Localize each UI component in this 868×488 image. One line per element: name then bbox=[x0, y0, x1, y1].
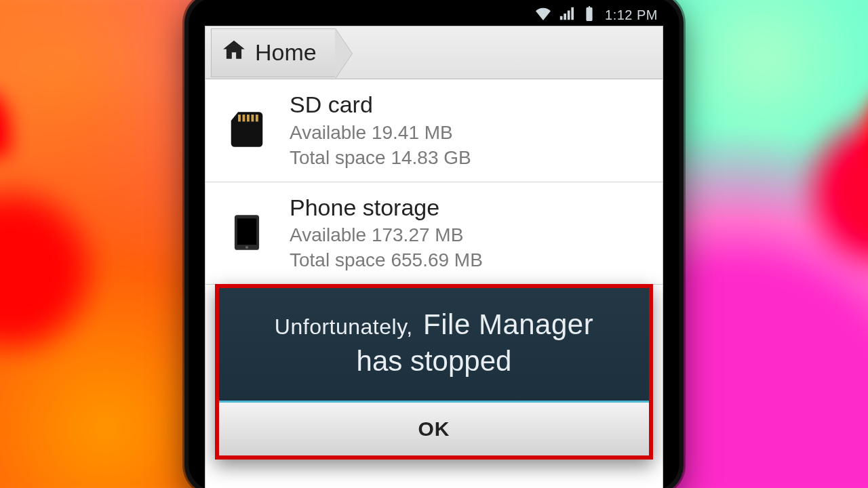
home-icon bbox=[221, 37, 247, 68]
file-manager-app: Home SD card Available bbox=[205, 26, 663, 488]
svg-rect-4 bbox=[256, 115, 258, 121]
svg-point-7 bbox=[245, 246, 248, 249]
storage-total: Total space 14.83 GB bbox=[290, 146, 471, 169]
sdcard-icon bbox=[220, 108, 273, 150]
phone-storage-icon bbox=[220, 211, 273, 253]
status-clock: 1:12 PM bbox=[605, 7, 658, 23]
phone-frame: 1:12 PM Home bbox=[184, 0, 684, 488]
storage-title: Phone storage bbox=[290, 193, 483, 222]
breadcrumb-bar: Home bbox=[205, 26, 663, 79]
error-dialog-line2: has stopped bbox=[231, 345, 637, 378]
storage-row-text: SD card Available 19.41 MB Total space 1… bbox=[290, 90, 471, 169]
error-prefix: Unfortunately, bbox=[275, 314, 413, 339]
storage-row-phone[interactable]: Phone storage Available 173.27 MB Total … bbox=[205, 182, 663, 285]
breadcrumb-label: Home bbox=[255, 39, 317, 66]
svg-rect-2 bbox=[247, 115, 250, 121]
error-dialog-highlight: Unfortunately, File Manager has stopped … bbox=[215, 284, 653, 460]
svg-rect-6 bbox=[237, 218, 256, 245]
svg-rect-1 bbox=[243, 115, 245, 121]
status-bar: 1:12 PM bbox=[205, 4, 663, 26]
signal-icon bbox=[559, 6, 574, 24]
error-app-name: File Manager bbox=[423, 308, 593, 340]
battery-icon bbox=[582, 6, 597, 24]
storage-available: Available 19.41 MB bbox=[290, 121, 471, 144]
storage-title: SD card bbox=[290, 90, 471, 119]
storage-row-sdcard[interactable]: SD card Available 19.41 MB Total space 1… bbox=[205, 79, 663, 182]
svg-rect-3 bbox=[251, 115, 254, 121]
storage-row-text: Phone storage Available 173.27 MB Total … bbox=[290, 193, 483, 272]
breadcrumb-home[interactable]: Home bbox=[211, 28, 336, 77]
storage-available: Available 173.27 MB bbox=[290, 223, 483, 247]
storage-total: Total space 655.69 MB bbox=[290, 248, 483, 272]
wifi-icon bbox=[536, 6, 551, 24]
svg-rect-0 bbox=[238, 115, 241, 121]
ok-button[interactable]: OK bbox=[219, 403, 649, 455]
error-dialog-line1: Unfortunately, File Manager bbox=[231, 308, 637, 341]
phone-screen: 1:12 PM Home bbox=[189, 0, 679, 488]
error-dialog: Unfortunately, File Manager has stopped bbox=[219, 288, 649, 401]
